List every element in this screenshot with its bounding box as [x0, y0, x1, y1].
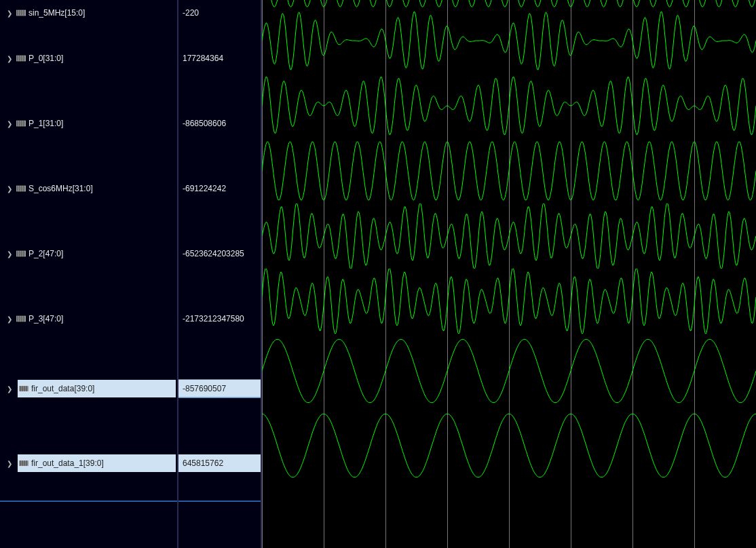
- signal-value-label: -857690507: [183, 384, 226, 393]
- expand-arrow-icon[interactable]: ❯: [5, 460, 14, 467]
- signal-name-column: ❯ sin_5MHz[15:0] ❯ P_0[31:0]: [0, 0, 178, 548]
- signal-value-label: -220: [183, 8, 199, 18]
- expand-arrow-icon[interactable]: ❯: [5, 385, 14, 393]
- signal-name-row[interactable]: ❯ P_0[31:0]: [0, 26, 177, 91]
- bus-signal-icon: [19, 385, 29, 393]
- signal-name-row[interactable]: ❯ fir_out_data[39:0]: [0, 351, 177, 426]
- expand-arrow-icon[interactable]: ❯: [5, 185, 14, 193]
- waveform-trace: [262, 414, 756, 477]
- waveform-row[interactable]: [262, 203, 756, 269]
- signal-name-row[interactable]: ❯ fir_out_data_1[39:0]: [0, 426, 177, 501]
- signal-name-label: fir_out_data[39:0]: [31, 384, 94, 393]
- signal-value-column: -220 177284364 -868508606 -691224242 -65…: [178, 0, 262, 548]
- bus-signal-icon: [16, 9, 26, 17]
- signal-value-row[interactable]: -6523624203285: [178, 221, 261, 286]
- waveform-area[interactable]: [262, 0, 756, 548]
- bus-signal-icon: [16, 250, 26, 258]
- signal-name-label: S_cos6MHz[31:0]: [29, 184, 93, 193]
- waveform-row[interactable]: [262, 138, 756, 203]
- signal-value-row[interactable]: -691224242: [178, 156, 261, 221]
- waveform-row[interactable]: [262, 408, 756, 483]
- waveform-row[interactable]: [262, 0, 756, 8]
- bus-signal-icon: [16, 184, 26, 193]
- waveform-row[interactable]: [262, 269, 756, 334]
- bus-signal-icon: [16, 54, 26, 62]
- name-column-footer: [0, 501, 177, 513]
- waveform-trace: [262, 269, 756, 334]
- expand-arrow-icon[interactable]: ❯: [5, 55, 14, 62]
- waveform-row[interactable]: [262, 8, 756, 73]
- expand-arrow-icon[interactable]: ❯: [5, 250, 14, 258]
- waveform-trace: [262, 77, 756, 134]
- bus-signal-icon: [19, 459, 29, 467]
- bus-signal-icon: [16, 315, 26, 323]
- signal-name-row[interactable]: ❯ sin_5MHz[15:0]: [0, 0, 177, 26]
- signal-value-row[interactable]: -220: [178, 0, 261, 26]
- expand-arrow-icon[interactable]: ❯: [5, 120, 14, 128]
- signal-value-label: 645815762: [183, 458, 223, 468]
- signal-value-label: -2173212347580: [183, 314, 244, 324]
- signal-name-row[interactable]: ❯ P_3[47:0]: [0, 286, 177, 351]
- expand-arrow-icon[interactable]: ❯: [5, 9, 14, 17]
- signal-value-row[interactable]: 645815762: [178, 426, 261, 501]
- waveform-trace: [262, 203, 756, 269]
- signal-value-row[interactable]: -868508606: [178, 91, 261, 156]
- waveform-row[interactable]: [262, 73, 756, 138]
- signal-value-label: -868508606: [183, 119, 226, 128]
- bus-signal-icon: [16, 119, 26, 128]
- signal-value-label: -6523624203285: [183, 249, 244, 258]
- signal-value-row[interactable]: -2173212347580: [178, 286, 261, 351]
- waveform-viewer: ❯ sin_5MHz[15:0] ❯ P_0[31:0]: [0, 0, 756, 548]
- waveform-trace: [262, 0, 756, 7]
- signal-name-row[interactable]: ❯ P_1[31:0]: [0, 91, 177, 156]
- waveform-row[interactable]: [262, 334, 756, 408]
- waveform-trace: [262, 142, 756, 200]
- expand-arrow-icon[interactable]: ❯: [5, 315, 14, 323]
- value-column-footer: [178, 501, 261, 513]
- signal-value-label: 177284364: [183, 54, 223, 63]
- signal-name-label: fir_out_data_1[39:0]: [31, 458, 104, 468]
- waveform-trace: [262, 339, 756, 402]
- signal-name-row[interactable]: ❯ S_cos6MHz[31:0]: [0, 156, 177, 221]
- signal-name-label: P_3[47:0]: [29, 314, 63, 324]
- waveform-trace: [262, 12, 756, 70]
- signal-name-label: sin_5MHz[15:0]: [29, 8, 85, 18]
- signal-name-label: P_0[31:0]: [29, 54, 63, 63]
- signal-name-label: P_2[47:0]: [29, 249, 63, 258]
- signal-value-label: -691224242: [183, 184, 226, 193]
- signal-value-row[interactable]: -857690507: [178, 351, 261, 426]
- signal-name-row[interactable]: ❯ P_2[47:0]: [0, 221, 177, 286]
- signal-value-row[interactable]: 177284364: [178, 26, 261, 91]
- signal-name-label: P_1[31:0]: [29, 119, 63, 128]
